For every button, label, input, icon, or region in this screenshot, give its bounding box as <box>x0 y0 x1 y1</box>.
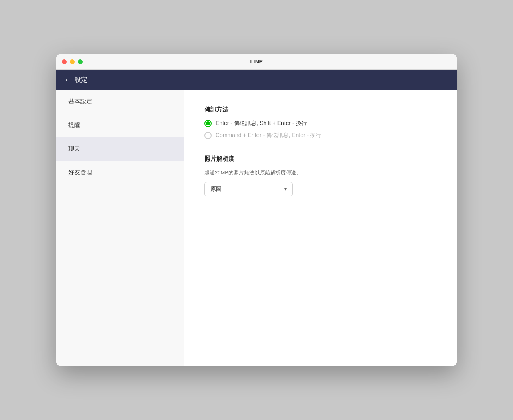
maximize-button[interactable] <box>78 59 83 64</box>
title-bar: LINE <box>56 54 457 70</box>
sidebar-item-chat[interactable]: 聊天 <box>56 137 184 161</box>
dropdown-value: 原圖 <box>210 186 222 193</box>
minimize-button[interactable] <box>70 59 75 64</box>
sidebar-item-basic[interactable]: 基本設定 <box>56 90 184 113</box>
back-button[interactable]: ← 設定 <box>64 76 87 84</box>
content-panel: 傳訊方法 Enter - 傳送訊息, Shift + Enter - 換行 Co… <box>184 90 457 366</box>
photo-resolution-title: 照片解析度 <box>204 155 437 163</box>
sidebar-item-friends[interactable]: 好友管理 <box>56 161 184 184</box>
radio-command-enter-indicator <box>204 132 212 139</box>
settings-header: ← 設定 <box>56 70 457 90</box>
chevron-down-icon: ▾ <box>284 186 287 192</box>
radio-enter-indicator <box>204 120 212 127</box>
settings-title: 設定 <box>75 76 87 84</box>
send-method-title: 傳訊方法 <box>204 106 437 113</box>
radio-option-command-enter[interactable]: Command + Enter - 傳送訊息, Enter - 換行 <box>204 132 437 139</box>
photo-resolution-section: 照片解析度 超過20MB的照片無法以原始解析度傳送。 原圖 ▾ <box>204 155 437 196</box>
photo-resolution-description: 超過20MB的照片無法以原始解析度傳送。 <box>204 169 437 176</box>
window-title: LINE <box>250 59 263 65</box>
back-arrow-icon: ← <box>64 76 71 84</box>
close-button[interactable] <box>62 59 67 64</box>
radio-enter-label: Enter - 傳送訊息, Shift + Enter - 換行 <box>216 120 307 127</box>
app-window: LINE ← 設定 基本設定 提醒 聊天 好友管理 <box>56 54 457 366</box>
send-method-section: 傳訊方法 Enter - 傳送訊息, Shift + Enter - 換行 Co… <box>204 106 437 139</box>
photo-resolution-dropdown[interactable]: 原圖 ▾ <box>204 182 293 196</box>
radio-option-enter[interactable]: Enter - 傳送訊息, Shift + Enter - 換行 <box>204 120 437 127</box>
radio-command-enter-label: Command + Enter - 傳送訊息, Enter - 換行 <box>216 132 321 139</box>
sidebar-item-notifications[interactable]: 提醒 <box>56 113 184 137</box>
sidebar: 基本設定 提醒 聊天 好友管理 <box>56 90 184 366</box>
main-content: 基本設定 提醒 聊天 好友管理 傳訊方法 Enter - 傳送訊息, <box>56 90 457 366</box>
traffic-lights <box>62 59 83 64</box>
